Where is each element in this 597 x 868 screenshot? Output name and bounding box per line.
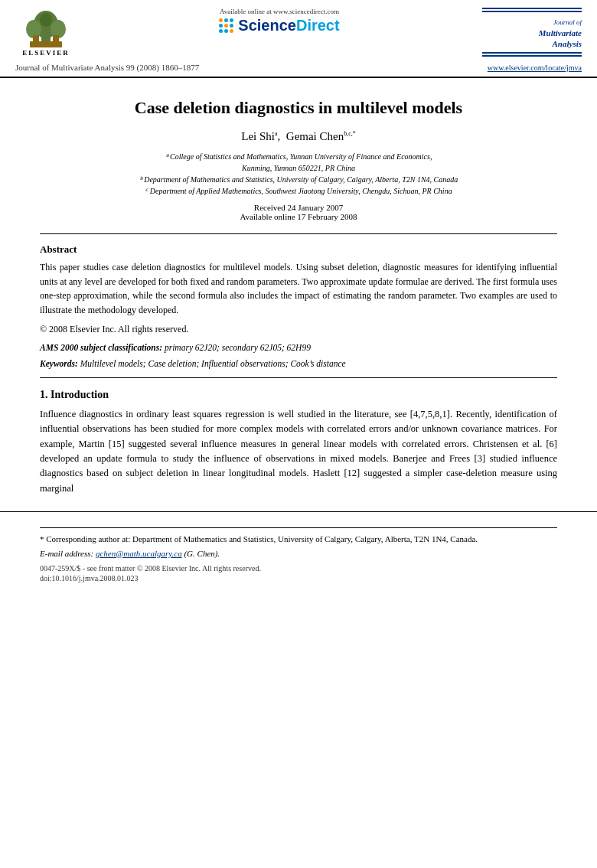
footnote-email-suffix: (G. Chen).	[184, 549, 220, 558]
affil-c: ᶜ Department of Applied Mathematics, Sou…	[40, 185, 557, 197]
bottom-lines-decoration	[482, 52, 582, 58]
footer-issn: 0047-259X/$ - see front matter © 2008 El…	[40, 564, 557, 573]
sciencedirect-logo: ScienceDirect	[219, 17, 339, 34]
classification-value: primary 62J20; secondary 62J05; 62H99	[165, 343, 311, 352]
received-date: Received 24 January 2007	[40, 203, 557, 212]
available-date: Available online 17 February 2008	[40, 212, 557, 221]
journal-url: www.elsevier.com/locate/jmva	[488, 64, 582, 72]
intro-heading: 1. Introduction	[40, 389, 557, 401]
elsevier-label: ELSEVIER	[22, 49, 70, 57]
abstract-divider-top	[40, 233, 557, 234]
abstract-body: This paper studies case deletion diagnos…	[40, 260, 557, 317]
keywords-label: Keywords:	[40, 359, 78, 368]
journal-volume: Journal of Multivariate Analysis 99 (200…	[15, 63, 199, 72]
footnote-corresponding: * Corresponding author at: Department of…	[40, 533, 557, 546]
article-title: Case deletion diagnostics in multilevel …	[40, 98, 557, 118]
dates: Received 24 January 2007 Available onlin…	[40, 203, 557, 221]
footnote-email-label: E-mail address:	[40, 549, 93, 558]
center-header: Available online at www.sciencedirect.co…	[84, 8, 475, 38]
affil-b: ᵇ Department of Mathematics and Statisti…	[40, 174, 557, 185]
keywords: Keywords: Multilevel models; Case deleti…	[40, 359, 557, 368]
copyright: © 2008 Elsevier Inc. All rights reserved…	[40, 324, 557, 335]
header-bottom-bar: Journal of Multivariate Analysis 99 (200…	[15, 63, 582, 77]
abstract-section: Abstract This paper studies case deletio…	[40, 243, 557, 368]
intro-divider	[40, 377, 557, 378]
elsevier-tree-icon	[22, 8, 70, 49]
journal-right-label: Journal of	[539, 18, 582, 28]
available-online-text: Available online at www.sciencedirect.co…	[220, 8, 339, 15]
footnote-email-address: gchen@math.ucalgary.ca	[96, 549, 182, 558]
abstract-heading: Abstract	[40, 243, 557, 256]
sciencedirect-label: ScienceDirect	[238, 17, 339, 34]
affiliations: ᵃ College of Statistics and Mathematics,…	[40, 151, 557, 197]
intro-body: Influence diagnostics in ordinary least …	[40, 407, 557, 496]
svg-rect-5	[33, 35, 39, 47]
keywords-value: Multilevel models; Case deletion; Influe…	[80, 359, 346, 368]
author-gemai-chen: Gemai Chenb,c,*	[286, 130, 356, 142]
authors: Lei Shia, Gemai Chenb,c,*	[40, 130, 557, 143]
page-footer: * Corresponding author at: Department of…	[0, 511, 597, 587]
affil-a-line1: ᵃ College of Statistics and Mathematics,…	[40, 151, 557, 162]
main-content: Case deletion diagnostics in multilevel …	[0, 78, 597, 504]
svg-point-7	[40, 13, 52, 27]
footer-doi: doi:10.1016/j.jmva.2008.01.023	[40, 574, 557, 582]
introduction-section: 1. Introduction Influence diagnostics in…	[40, 389, 557, 496]
journal-header: ELSEVIER Available online at www.science…	[0, 0, 597, 78]
footnote-email-line: E-mail address: gchen@math.ucalgary.ca (…	[40, 549, 557, 558]
author-lei-shi: Lei Shia	[241, 130, 277, 142]
classification-label: AMS 2000 subject classifications:	[40, 343, 162, 352]
affil-a-line2: Kunming, Yunnan 650221, PR China	[40, 162, 557, 174]
footer-divider	[40, 527, 557, 528]
top-lines-decoration	[482, 8, 582, 15]
page: ELSEVIER Available online at www.science…	[0, 0, 597, 868]
journal-right-title: MultivariateAnalysis	[539, 28, 582, 50]
classification: AMS 2000 subject classifications: primar…	[40, 341, 557, 354]
svg-rect-6	[53, 35, 59, 47]
elsevier-logo: ELSEVIER	[15, 8, 77, 57]
journal-right-name: Journal of MultivariateAnalysis	[539, 18, 582, 49]
right-journal-logo: Journal of MultivariateAnalysis	[482, 8, 582, 58]
sd-dots-icon	[219, 18, 233, 33]
